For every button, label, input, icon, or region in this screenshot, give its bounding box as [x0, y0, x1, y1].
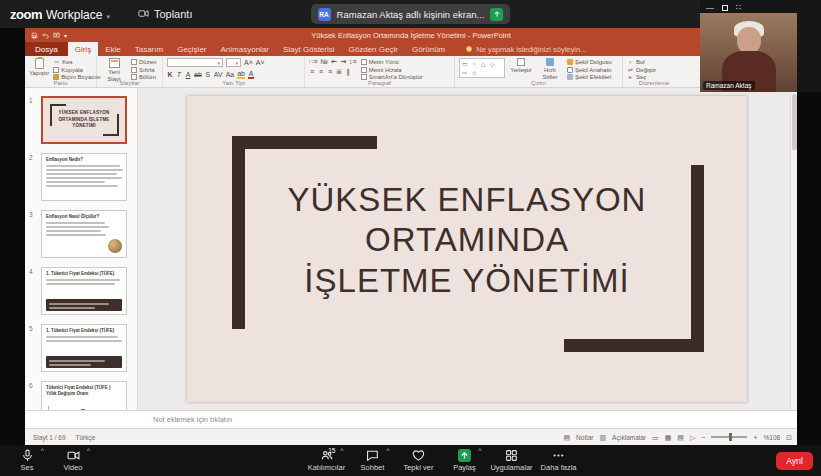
font-color-button[interactable]: A — [248, 70, 254, 79]
thumbnail-row-3: 3 Enflasyon Nasıl Ölçülür? — [29, 210, 137, 258]
language-indicator[interactable]: Türkçe — [76, 434, 96, 441]
zoom-slider[interactable] — [711, 436, 747, 438]
paste-button[interactable]: Yapıştır — [29, 58, 49, 77]
chat-menu-caret-icon[interactable]: ^ — [386, 447, 389, 454]
leave-meeting-button[interactable]: Ayrıl — [776, 452, 813, 470]
new-slide-button[interactable]: Yeni Slayt — [101, 58, 127, 82]
font-size-select[interactable]: ▾ — [226, 58, 241, 67]
align-center-button[interactable]: ≡ — [318, 68, 324, 75]
tab-home[interactable]: Giriş — [68, 42, 98, 56]
notes-placeholder[interactable]: Not eklemek için tıklatın — [153, 415, 232, 424]
tab-design[interactable]: Tasarım — [128, 42, 170, 56]
replace-button[interactable]: ⇄Değiştir — [627, 67, 681, 73]
video-button[interactable]: Video ^ — [50, 445, 96, 476]
justify-button[interactable]: ≣ — [336, 68, 342, 75]
bullets-button[interactable]: ∷≡ — [309, 58, 318, 65]
apps-button[interactable]: Uygulamalar — [487, 445, 535, 476]
quick-styles-button[interactable]: Hızlı Stiller — [537, 58, 563, 80]
text-direction-button[interactable]: Metin Yönü — [361, 59, 423, 65]
change-case-button[interactable]: Aa — [226, 71, 235, 78]
decrease-indent-button[interactable]: ⇤ — [331, 58, 337, 65]
slide-title-textbox[interactable]: YÜKSEK ENFLASYON ORTAMINDA İŞLETME YÖNET… — [187, 180, 747, 301]
reading-view-icon[interactable]: ▤ — [677, 434, 684, 441]
normal-view-icon[interactable]: ▭ — [652, 434, 659, 441]
slide-thumbnail-2[interactable]: Enflasyon Nedir? — [41, 153, 127, 201]
tab-insert[interactable]: Ekle — [98, 42, 128, 56]
scrollbar-thumb[interactable] — [792, 94, 797, 150]
align-text-button[interactable]: Metni Hizala — [361, 67, 423, 73]
shrink-font-icon[interactable]: A˅ — [256, 59, 265, 66]
undo-icon[interactable] — [42, 32, 49, 39]
reset-button[interactable]: Sıfırla — [131, 67, 156, 73]
underline-button[interactable]: A — [185, 71, 191, 78]
chat-button[interactable]: Sohbet ^ — [349, 445, 395, 476]
layout-button[interactable]: Düzen — [131, 59, 156, 65]
shape-outline-button[interactable]: Şekil Anahattı — [567, 67, 612, 73]
columns-button[interactable]: ∥ — [345, 68, 351, 75]
italic-button[interactable]: T — [176, 71, 182, 78]
reactions-button[interactable]: Tepki ver — [395, 445, 441, 476]
increase-indent-button[interactable]: ⇥ — [340, 58, 346, 65]
align-right-button[interactable]: ≡ — [327, 68, 333, 75]
vertical-scrollbar[interactable] — [790, 88, 797, 410]
strikethrough-button[interactable]: ab — [194, 71, 202, 78]
numbering-button[interactable]: № — [321, 58, 329, 65]
copy-icon — [53, 67, 59, 73]
comments-toggle[interactable]: Açıklamalar — [612, 434, 646, 441]
start-slideshow-icon[interactable] — [53, 32, 60, 39]
highlight-color-button[interactable]: ab — [237, 70, 245, 79]
font-name-select[interactable]: ▾ — [167, 58, 223, 67]
tab-slideshow[interactable]: Slayt Gösterisi — [276, 42, 342, 56]
slide-thumbnail-6[interactable]: Tüketici Fiyat Endeksi (TÜFE ) Yıllık De… — [41, 381, 127, 410]
restore-icon[interactable] — [722, 5, 728, 11]
tab-file[interactable]: Dosya — [25, 42, 68, 56]
share-button[interactable]: Paylaş ^ — [441, 445, 487, 476]
grow-font-icon[interactable]: A˄ — [244, 59, 253, 66]
slide-thumbnail-4[interactable]: 1. Tüketici Fiyat Endeksi (TÜFE) — [41, 267, 127, 315]
qat-customize-icon[interactable]: ▾ — [64, 32, 67, 39]
tab-review[interactable]: Gözden Geçir — [342, 42, 405, 56]
zoom-level[interactable]: %108 — [764, 434, 781, 441]
audio-button[interactable]: Ses ^ — [4, 445, 50, 476]
slide-thumbnail-5[interactable]: 1. Tüketici Fiyat Endeksi (TÜFE) — [41, 324, 127, 372]
video-menu-caret-icon[interactable]: ^ — [87, 447, 90, 454]
participants-menu-caret-icon[interactable]: ^ — [340, 447, 343, 454]
find-button[interactable]: ⌕Bul — [627, 59, 681, 65]
tab-animations[interactable]: Animasyonlar — [214, 42, 276, 56]
notes-pane[interactable]: Not eklemek için tıklatın — [25, 410, 797, 428]
zoom-in-icon[interactable]: + — [753, 434, 757, 441]
screen-share-banner[interactable]: RA Ramazan Aktaş adlı kişinin ekran... — [311, 4, 511, 24]
slideshow-view-icon[interactable]: ▷ — [690, 434, 695, 441]
tell-me-box[interactable]: Ne yapmak istediğinizi söyleyin... — [466, 42, 586, 56]
tab-transitions[interactable]: Geçişler — [170, 42, 213, 56]
slide-thumbnail-3[interactable]: Enflasyon Nasıl Ölçülür? — [41, 210, 127, 258]
more-button[interactable]: Daha fazla — [536, 445, 582, 476]
shapes-gallery[interactable]: ▭ ○ △ ◇ ⇨ ☆ — [459, 58, 505, 78]
participants-button[interactable]: Katılımcılar 15 ^ — [303, 445, 349, 476]
current-slide[interactable]: YÜKSEK ENFLASYON ORTAMINDA İŞLETME YÖNET… — [187, 96, 747, 402]
text-shadow-button[interactable]: S — [205, 71, 211, 78]
minimize-icon[interactable]: — — [706, 4, 714, 12]
copy-button[interactable]: Kopyala — [53, 67, 100, 73]
tab-view[interactable]: Görünüm — [405, 42, 452, 56]
notes-toggle[interactable]: Notlar — [576, 434, 593, 441]
zoom-out-icon[interactable]: − — [701, 434, 705, 441]
gallery-view-icon[interactable]: ∷ — [736, 4, 741, 12]
character-spacing-button[interactable]: AV — [214, 71, 223, 78]
chevron-down-icon[interactable]: ▾ — [106, 13, 110, 21]
cut-button[interactable]: ✂Kes — [53, 59, 100, 65]
line-spacing-button[interactable]: ↕≡ — [349, 58, 357, 65]
zoom-slider-thumb[interactable] — [729, 433, 732, 441]
meeting-tab[interactable]: Toplantı — [138, 8, 193, 21]
slide-thumbnail-1[interactable]: YÜKSEK ENFLASYON ORTAMINDA İŞLETME YÖNET… — [41, 96, 127, 144]
align-left-button[interactable]: ≡ — [309, 68, 315, 75]
save-icon[interactable] — [31, 32, 38, 39]
participant-video-tile[interactable]: — ∷ Ramazan Aktaş — [700, 0, 821, 92]
slide-sorter-view-icon[interactable]: ▦ — [665, 434, 672, 441]
audio-menu-caret-icon[interactable]: ^ — [41, 447, 44, 454]
share-menu-caret-icon[interactable]: ^ — [478, 447, 481, 454]
fit-slide-icon[interactable]: ⊡ — [786, 434, 792, 441]
bold-button[interactable]: K — [167, 71, 173, 78]
shape-fill-button[interactable]: Şekil Dolgusu — [567, 59, 612, 65]
arrange-button[interactable]: Yerleştir — [509, 58, 533, 74]
